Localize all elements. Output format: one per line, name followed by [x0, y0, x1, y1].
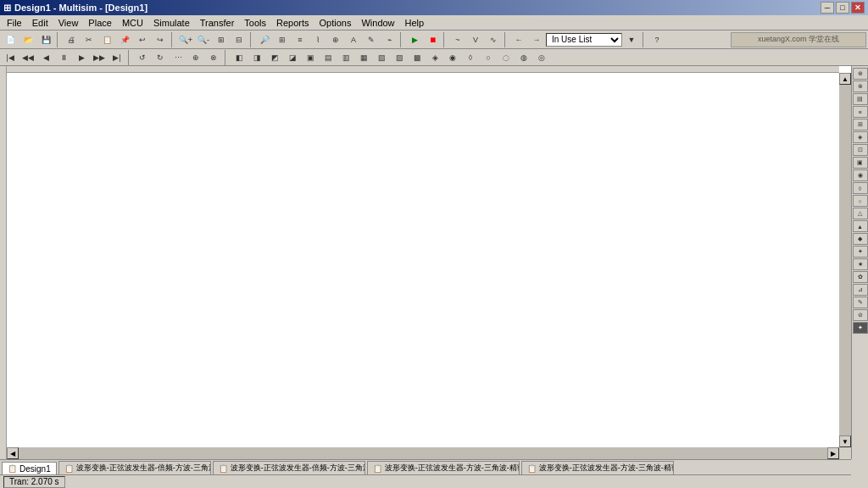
save-button[interactable]: 💾: [37, 32, 54, 47]
oscilloscope-button[interactable]: ~: [449, 32, 466, 47]
menu-place[interactable]: Place: [83, 16, 117, 30]
menu-mcu[interactable]: MCU: [117, 16, 148, 30]
comp-btn3[interactable]: ◩: [266, 50, 283, 65]
open-button[interactable]: 📂: [19, 32, 36, 47]
sim-btn11[interactable]: ⊕: [187, 50, 204, 65]
menu-view[interactable]: View: [53, 16, 84, 30]
tab-3[interactable]: 📋 波形变换-正弦波发生器-倍频-方波-三角波O310 ×: [213, 461, 365, 474]
sim-btn4[interactable]: ⏸: [55, 50, 72, 65]
in-use-list-select[interactable]: In Use List: [546, 33, 622, 47]
panel-btn-5[interactable]: ⊞: [853, 119, 868, 130]
comp-btn18[interactable]: ◎: [533, 50, 550, 65]
horizontal-scrollbar[interactable]: ◀ ▶: [7, 447, 839, 459]
sim-btn12[interactable]: ⊗: [205, 50, 222, 65]
copy-button[interactable]: 📋: [98, 32, 115, 47]
comp-btn9[interactable]: ▧: [373, 50, 390, 65]
panel-btn-20[interactable]: ⊘: [853, 309, 868, 321]
panel-btn-15[interactable]: ✦: [853, 246, 868, 258]
panel-btn-3[interactable]: ▤: [853, 93, 868, 105]
sim-btn8[interactable]: ↺: [134, 50, 151, 65]
comp-btn10[interactable]: ▨: [391, 50, 408, 65]
probe-button[interactable]: ⌁: [381, 32, 398, 47]
menu-reports[interactable]: Reports: [271, 16, 314, 30]
note-button[interactable]: ✎: [363, 32, 380, 47]
comp-btn12[interactable]: ◈: [426, 50, 443, 65]
junction-button[interactable]: ⊕: [327, 32, 344, 47]
find-button[interactable]: 🔎: [256, 32, 273, 47]
comp-btn2[interactable]: ◨: [248, 50, 265, 65]
comp-btn16[interactable]: ◌: [498, 50, 515, 65]
tab-2[interactable]: 📋 波形变换-正弦波发生器-倍频-方波-三角波O310: [58, 461, 211, 474]
tab-4[interactable]: 📋 波形变换-正弦波发生器-方波-三角波-精密整流O310: [367, 461, 520, 474]
schematic-workspace[interactable]: [7, 73, 839, 447]
panel-btn-18[interactable]: ⊿: [853, 284, 868, 296]
comp-btn5[interactable]: ▣: [302, 50, 319, 65]
panel-btn-1[interactable]: ⊕: [853, 68, 868, 80]
sim-btn5[interactable]: ▶: [73, 50, 90, 65]
help-button[interactable]: ?: [648, 32, 665, 47]
menu-help[interactable]: Help: [400, 16, 430, 30]
panel-btn-6[interactable]: ◈: [853, 131, 868, 143]
grid-button[interactable]: ⊞: [274, 32, 291, 47]
run-button[interactable]: ▶: [406, 32, 423, 47]
comp-btn1[interactable]: ◧: [231, 50, 248, 65]
sim-btn2[interactable]: ◀◀: [19, 50, 36, 65]
in-use-btn2[interactable]: →: [528, 32, 545, 47]
stop-button[interactable]: ⏹: [424, 32, 441, 47]
scroll-up-button[interactable]: ▲: [839, 73, 851, 85]
bus-button[interactable]: ≡: [292, 32, 309, 47]
scroll-left-button[interactable]: ◀: [7, 447, 19, 459]
minimize-button[interactable]: ─: [821, 2, 834, 14]
cut-button[interactable]: ✂: [81, 32, 97, 47]
comp-btn13[interactable]: ◉: [444, 50, 461, 65]
panel-btn-9[interactable]: ◉: [853, 169, 868, 181]
menu-transfer[interactable]: Transfer: [195, 16, 240, 30]
paste-button[interactable]: 📌: [116, 32, 133, 47]
zoom-in-button[interactable]: 🔍+: [177, 32, 194, 47]
menu-tools[interactable]: Tools: [239, 16, 271, 30]
menu-window[interactable]: Window: [356, 16, 399, 30]
panel-btn-7[interactable]: ⊡: [853, 144, 868, 156]
scroll-right-button[interactable]: ▶: [827, 447, 839, 459]
panel-btn-11[interactable]: ○: [853, 195, 868, 207]
menu-simulate[interactable]: Simulate: [148, 16, 195, 30]
scroll-track-h[interactable]: [19, 447, 827, 459]
menu-edit[interactable]: Edit: [27, 16, 53, 30]
wire-button[interactable]: ⌇: [309, 32, 326, 47]
new-button[interactable]: 📄: [2, 32, 19, 47]
tab-design1[interactable]: 📋 Design1: [2, 462, 57, 474]
sim-btn1[interactable]: |◀: [2, 50, 19, 65]
restore-button[interactable]: □: [836, 2, 849, 14]
sim-btn9[interactable]: ↻: [152, 50, 169, 65]
menu-options[interactable]: Options: [314, 16, 357, 30]
vertical-scrollbar[interactable]: ▲ ▼: [839, 73, 851, 447]
comp-btn7[interactable]: ▥: [337, 50, 354, 65]
comp-btn6[interactable]: ▤: [320, 50, 337, 65]
scroll-track-v[interactable]: [839, 85, 851, 435]
panel-btn-8[interactable]: ▣: [853, 157, 868, 169]
print-button[interactable]: 🖨: [63, 32, 80, 47]
menu-file[interactable]: File: [2, 16, 27, 30]
sim-btn3[interactable]: ◀: [37, 50, 54, 65]
comp-btn8[interactable]: ▦: [355, 50, 372, 65]
panel-btn-19[interactable]: ✎: [853, 297, 868, 308]
comp-btn17[interactable]: ◍: [515, 50, 532, 65]
panel-btn-2[interactable]: ⊗: [853, 80, 868, 92]
zoom-select-button[interactable]: ⊟: [231, 32, 248, 47]
undo-button[interactable]: ↩: [134, 32, 151, 47]
comp-btn15[interactable]: ○: [480, 50, 497, 65]
panel-btn-14[interactable]: ◆: [853, 233, 868, 245]
sim-btn10[interactable]: ⋯: [170, 50, 186, 65]
panel-btn-16[interactable]: ★: [853, 258, 868, 270]
comp-btn14[interactable]: ◊: [462, 50, 479, 65]
in-use-btn1[interactable]: ←: [510, 32, 527, 47]
panel-btn-13[interactable]: ▲: [853, 220, 868, 232]
sim-btn7[interactable]: ▶|: [108, 50, 125, 65]
close-button[interactable]: ✕: [851, 2, 865, 14]
panel-btn-17[interactable]: ✿: [853, 271, 868, 283]
sim-btn6[interactable]: ▶▶: [91, 50, 108, 65]
panel-btn-21[interactable]: ✦: [853, 322, 868, 334]
in-use-dropdown[interactable]: ▼: [623, 32, 640, 47]
label-button[interactable]: A: [345, 32, 362, 47]
tab-5[interactable]: 📋 波形变换-正弦波发生器-方波-三角波-精密整流O310 ×: [521, 461, 674, 474]
